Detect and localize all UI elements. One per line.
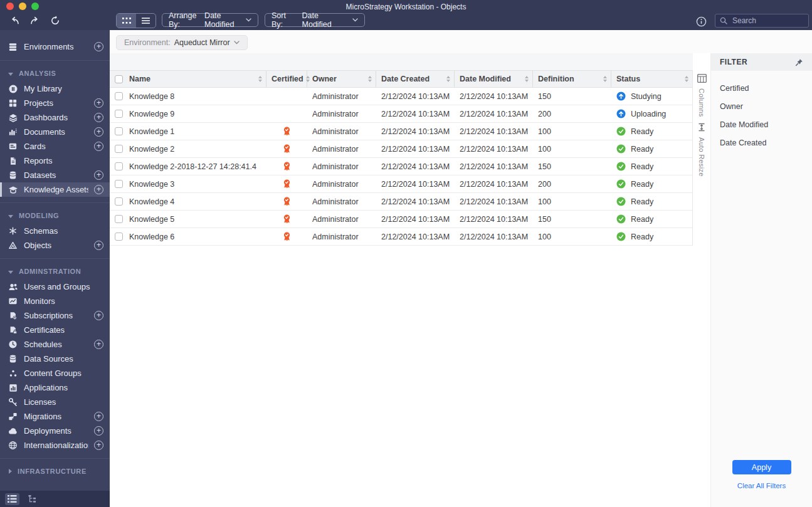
table-row[interactable]: Knowledge 1Administrator2/12/2024 10:13A… (110, 123, 692, 140)
columns-button[interactable] (697, 74, 707, 83)
environment-dropdown[interactable]: Environment: Aqueduct Mirror (116, 35, 248, 50)
sidebar-item-dashboards[interactable]: Dashboards+ (0, 110, 110, 125)
add-button[interactable]: + (94, 311, 103, 320)
info-button[interactable] (696, 16, 707, 27)
sidebar-item-licenses[interactable]: Licenses (0, 395, 110, 409)
column-header-status[interactable]: Status (611, 71, 692, 88)
sidebar-item-certificates[interactable]: Certificates (0, 323, 110, 337)
add-button[interactable]: + (94, 340, 103, 349)
sidebar-item-users-and-groups[interactable]: Users and Groups (0, 280, 110, 294)
sidebar-section-modeling[interactable]: MODELING (0, 209, 110, 222)
row-checkbox[interactable] (115, 215, 123, 223)
sidebar-item-schemas[interactable]: Schemas (0, 224, 110, 238)
arrange-by-dropdown[interactable]: Arrange By: Date Modified (162, 13, 258, 27)
table-row[interactable]: Knowledge 5Administrator2/12/2024 10:13A… (110, 211, 692, 228)
filter-item-certified[interactable]: Certified (711, 79, 812, 97)
table-row[interactable]: Knowledge 3Administrator2/12/2024 10:13A… (110, 175, 692, 193)
sidebar-item-data-sources[interactable]: Data Sources (0, 352, 110, 366)
auto-resize-label[interactable]: Auto Resize (698, 137, 705, 177)
back-button[interactable] (8, 14, 22, 26)
sidebar-item-monitors[interactable]: Monitors (0, 294, 110, 308)
row-checkbox[interactable] (115, 127, 123, 135)
add-button[interactable]: + (94, 98, 103, 108)
refresh-button[interactable] (48, 14, 62, 26)
pin-button[interactable] (795, 58, 803, 66)
filter-item-owner[interactable]: Owner (711, 97, 812, 115)
forward-button[interactable] (28, 14, 42, 26)
tree-view-button[interactable] (25, 493, 40, 505)
column-header-date-created[interactable]: Date Created (376, 71, 455, 88)
row-checkbox[interactable] (115, 110, 123, 118)
sidebar-item-cards[interactable]: Cards+ (0, 139, 110, 154)
sidebar-item-knowledge-assets[interactable]: Knowledge Assets+ (0, 182, 110, 197)
cell-date-created: 2/12/2024 10:13AM (376, 105, 455, 123)
columns-label[interactable]: Columns (698, 88, 705, 117)
list-view-button[interactable] (136, 14, 156, 28)
grid-view-button[interactable] (117, 14, 136, 28)
select-all-checkbox[interactable] (115, 75, 123, 83)
table-row[interactable]: Knowledge 4Administrator2/12/2024 10:13A… (110, 193, 692, 211)
row-checkbox[interactable] (115, 162, 123, 170)
add-button[interactable]: + (94, 113, 103, 122)
sidebar-section-analysis[interactable]: ANALYSIS (0, 66, 110, 80)
add-button[interactable]: + (94, 441, 103, 450)
sidebar-item-environments[interactable]: Environments+ (0, 38, 110, 55)
sidebar-section-label: INFRASTRUCTURE (18, 468, 87, 475)
sidebar-item-deployments[interactable]: Deployments+ (0, 424, 110, 438)
sidebar-section-infrastructure[interactable]: INFRASTRUCTURE (0, 464, 110, 478)
add-button[interactable]: + (94, 142, 103, 151)
add-button[interactable]: + (94, 42, 103, 51)
sidebar-item-documents[interactable]: Documents+ (0, 125, 110, 139)
search-input[interactable] (731, 16, 804, 26)
sidebar-item-datasets[interactable]: Datasets+ (0, 168, 110, 182)
filter-item-date-created[interactable]: Date Created (711, 133, 812, 152)
sidebar-item-content-groups[interactable]: Content Groups (0, 366, 110, 380)
table-row[interactable]: Knowledge 6Administrator2/12/2024 10:13A… (110, 228, 692, 246)
sort-icon[interactable] (522, 76, 529, 82)
sort-icon[interactable] (366, 76, 372, 82)
sidebar-section-adminstration[interactable]: ADMINSTRATION (0, 264, 110, 278)
sort-icon[interactable] (256, 76, 262, 82)
status-ready-icon (616, 127, 626, 136)
sort-icon[interactable] (444, 76, 450, 82)
auto-resize-button[interactable] (697, 123, 706, 132)
apply-button[interactable]: Apply (732, 460, 791, 474)
sidebar-item-projects[interactable]: Projects+ (0, 96, 110, 110)
column-header-owner[interactable]: Owner (307, 71, 376, 88)
filter-item-date-modified[interactable]: Date Modified (711, 115, 812, 133)
row-checkbox[interactable] (115, 197, 123, 206)
table-row[interactable]: Knowledge 2Administrator2/12/2024 10:13A… (110, 140, 692, 158)
column-header-name[interactable]: Name (110, 71, 266, 88)
table-row[interactable]: Knowledge 2-2018-12-27 14:28:41.4Adminis… (110, 158, 692, 175)
sidebar-item-my-library[interactable]: My Library (0, 81, 110, 96)
add-button[interactable]: + (94, 241, 103, 250)
sidebar-item-reports[interactable]: Reports (0, 154, 110, 168)
add-button[interactable]: + (94, 412, 103, 421)
row-checkbox[interactable] (115, 233, 123, 241)
add-button[interactable]: + (94, 170, 103, 180)
sort-by-dropdown[interactable]: Sort By: Date Modified (265, 13, 365, 27)
sidebar-item-objects[interactable]: Objects+ (0, 238, 110, 253)
column-header-definition[interactable]: Definition (533, 71, 611, 88)
sidebar-item-schedules[interactable]: Schedules+ (0, 337, 110, 352)
sort-icon[interactable] (303, 76, 310, 82)
row-checkbox[interactable] (115, 145, 123, 153)
table-row[interactable]: Knowledge 8Administrator2/12/2024 10:13A… (110, 88, 692, 105)
sidebar-item-migrations[interactable]: Migrations+ (0, 409, 110, 424)
table-row[interactable]: Knowledge 9Administrator2/12/2024 10:13A… (110, 105, 692, 123)
sort-icon[interactable] (682, 76, 688, 82)
add-button[interactable]: + (94, 185, 103, 194)
column-header-date-modified[interactable]: Date Modified (455, 71, 533, 88)
add-button[interactable]: + (94, 426, 103, 436)
add-button[interactable]: + (94, 127, 103, 137)
column-header-certified[interactable]: Certified (266, 71, 307, 88)
clear-all-filters-link[interactable]: Clear All Filters (711, 482, 812, 489)
bar-chart-icon (8, 384, 18, 392)
sidebar-item-internationalization[interactable]: Internationalization+ (0, 438, 110, 452)
row-checkbox[interactable] (115, 180, 123, 188)
sidebar-item-applications[interactable]: Applications (0, 380, 110, 395)
flat-list-view-button[interactable] (5, 493, 19, 505)
sort-icon[interactable] (601, 76, 607, 82)
row-checkbox[interactable] (115, 92, 123, 100)
sidebar-item-subscriptions[interactable]: Subscriptions+ (0, 308, 110, 323)
